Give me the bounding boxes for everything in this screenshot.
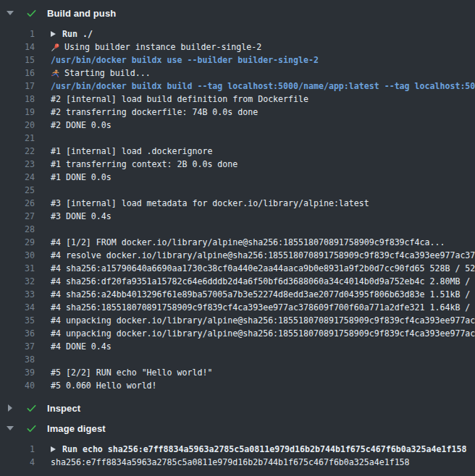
chevron-down-icon[interactable] [6,426,14,430]
log-text[interactable]: Run echo sha256:e7ff8834a5963a2785c5a081… [35,443,475,456]
log-text: #3 DONE 0.4s [35,210,475,223]
line-number[interactable]: 28 [0,223,35,236]
log-line: 38 [0,353,475,366]
log-text: #2 DONE 0.0s [35,119,475,132]
play-icon[interactable] [51,31,56,37]
line-number[interactable]: 19 [0,106,35,119]
line-number[interactable]: 39 [0,366,35,379]
log-line: 1Run ./ [0,27,475,41]
log-line: 26#3 [internal] load metadata for docker… [0,197,475,210]
log-text: #4 sha256:185518070891758909c9f839cf4ca3… [35,301,475,314]
success-check-icon [26,423,37,434]
line-number[interactable]: 33 [0,288,35,301]
step-section-inspect: Inspect [0,398,475,418]
chevron-down-icon[interactable] [6,11,14,15]
log-line: 36#4 unpacking docker.io/library/alpine@… [0,327,475,340]
log-text [35,184,475,197]
log-line: 28 [0,223,475,236]
line-number[interactable]: 17 [0,80,35,93]
pushpin-icon [51,43,60,52]
log-text: #4 DONE 0.4s [35,340,475,353]
log-text: #4 unpacking docker.io/library/alpine@sh… [35,314,475,327]
workflow-log: Build and push 1Run ./14Using builder in… [0,0,475,475]
log-text: /usr/bin/docker buildx use --builder bui… [35,54,475,67]
log-text: Using builder instance builder-single-2 [35,41,475,54]
log-line: 19#2 transferring dockerfile: 74B 0.0s d… [0,106,475,119]
line-number[interactable]: 27 [0,210,35,223]
log-text: #5 [2/2] RUN echo "Hello world!" [35,366,475,379]
log-line: 25 [0,184,475,197]
line-number[interactable]: 30 [0,249,35,262]
play-icon[interactable] [51,446,56,452]
log-text: #1 [internal] load .dockerignore [35,145,475,158]
log-line: 29#4 [1/2] FROM docker.io/library/alpine… [0,236,475,249]
log-line: 24#1 DONE 0.0s [0,171,475,184]
log-line: 39#5 [2/2] RUN echo "Hello world!" [0,366,475,379]
line-number[interactable]: 29 [0,236,35,249]
section-header-image-digest[interactable]: Image digest [0,418,475,438]
line-number[interactable]: 35 [0,314,35,327]
section-header-build-and-push[interactable]: Build and push [0,3,475,23]
line-number[interactable]: 31 [0,262,35,275]
log-text: sha256:e7ff8834a5963a2785c5a0811e979d16b… [35,456,475,469]
runner-icon [51,69,60,78]
line-number[interactable]: 16 [0,67,35,80]
log-line: 35#4 unpacking docker.io/library/alpine@… [0,314,475,327]
log-line: 14Using builder instance builder-single-… [0,41,475,54]
log-line: 34#4 sha256:185518070891758909c9f839cf4c… [0,301,475,314]
log-line: 23#1 transferring context: 2B 0.0s done [0,158,475,171]
success-check-icon [26,403,37,414]
log-text: #5 0.060 Hello world! [35,379,475,392]
log-text: Starting build... [35,67,475,80]
line-number[interactable]: 37 [0,340,35,353]
log-line: 31#4 sha256:a15790640a6690aa1730c38cf0a4… [0,262,475,275]
log-lines: 1Run ./14Using builder instance builder-… [0,23,475,398]
log-text: #4 sha256:df20fa9351a15782c64e6dddb2d4a6… [35,275,475,288]
log-line: 37#4 DONE 0.4s [0,340,475,353]
log-text: #4 resolve docker.io/library/alpine@sha2… [35,249,475,262]
line-number[interactable]: 38 [0,353,35,366]
log-text: #4 sha256:a15790640a6690aa1730c38cf0a440… [35,262,475,275]
section-title: Inspect [47,403,80,414]
log-text: #2 transferring dockerfile: 74B 0.0s don… [35,106,475,119]
line-number[interactable]: 20 [0,119,35,132]
line-number[interactable]: 15 [0,54,35,67]
line-number[interactable]: 24 [0,171,35,184]
log-text [35,132,475,145]
log-line: 21 [0,132,475,145]
line-number[interactable]: 36 [0,327,35,340]
section-header-inspect[interactable]: Inspect [0,398,475,418]
line-number[interactable]: 1 [0,27,35,41]
line-number[interactable]: 4 [0,456,35,469]
log-text[interactable]: Run ./ [35,27,475,41]
log-lines: 1Run echo sha256:e7ff8834a5963a2785c5a08… [0,438,475,475]
log-text: #1 DONE 0.0s [35,171,475,184]
line-number[interactable]: 23 [0,158,35,171]
log-line: 17/usr/bin/docker buildx build --tag loc… [0,80,475,93]
chevron-right-icon[interactable] [6,404,14,412]
log-line: 33#4 sha256:a24bb4013296f61e89ba57005a7b… [0,288,475,301]
success-check-icon [26,8,37,19]
line-number[interactable]: 32 [0,275,35,288]
line-number[interactable]: 1 [0,443,35,456]
line-number[interactable]: 21 [0,132,35,145]
line-number[interactable]: 25 [0,184,35,197]
line-number[interactable]: 18 [0,93,35,106]
line-number[interactable]: 40 [0,379,35,392]
log-line: 32#4 sha256:df20fa9351a15782c64e6dddb2d4… [0,275,475,288]
log-line: 22#1 [internal] load .dockerignore [0,145,475,158]
log-text: #3 [internal] load metadata for docker.i… [35,197,475,210]
step-section-image-digest: Image digest 1Run echo sha256:e7ff8834a5… [0,418,475,475]
line-number[interactable]: 26 [0,197,35,210]
log-text: #4 sha256:a24bb4013296f61e89ba57005a7b3e… [35,288,475,301]
log-line: 1Run echo sha256:e7ff8834a5963a2785c5a08… [0,443,475,456]
log-line: 16Starting build... [0,67,475,80]
log-text: #4 [1/2] FROM docker.io/library/alpine@s… [35,236,475,249]
line-number[interactable]: 22 [0,145,35,158]
line-number[interactable]: 34 [0,301,35,314]
log-line: 15/usr/bin/docker buildx use --builder b… [0,54,475,67]
log-text: /usr/bin/docker buildx build --tag local… [35,80,475,93]
log-line: 40#5 0.060 Hello world! [0,379,475,392]
line-number[interactable]: 14 [0,41,35,54]
log-text: #4 unpacking docker.io/library/alpine@sh… [35,327,475,340]
